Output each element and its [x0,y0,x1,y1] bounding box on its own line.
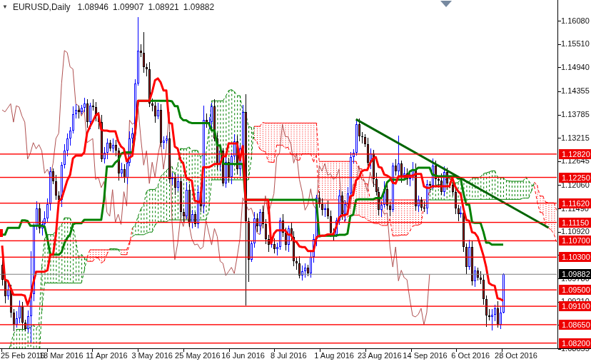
level-price-label: 1.09100 [559,301,591,311]
level-price-label: 1.10300 [559,252,591,262]
price-tick-label: 1.16080 [561,16,590,26]
date-tick-label: 11 Apr 2016 [86,351,128,360]
level-price-label: 1.10700 [559,236,591,246]
price-tick-label: 1.14940 [561,63,590,72]
chart-shift-marker-icon [440,1,452,7]
chart-title-bar: ▼ EURUSD,Daily 1.08946 1.09907 1.08921 1… [2,2,218,12]
price-tick-label: 1.14355 [561,86,590,96]
ohlc-open-value: 1.08946 [78,2,108,12]
level-price-label: 1.09500 [559,285,591,295]
symbol-dropdown-icon: ▼ [2,2,8,12]
date-tick-label: 25 May 2016 [175,351,221,360]
level-price-label: 1.08650 [559,320,591,330]
price-tick-label: 1.15510 [561,39,590,49]
date-tick-label: 23 Aug 2016 [358,351,402,360]
date-tick-label: 3 May 2016 [131,351,172,360]
level-price-label: 1.12820 [559,149,591,159]
date-tick-label: 18 Mar 2016 [39,351,84,360]
level-edge-marker [0,229,3,237]
price-tick-label: 1.13215 [561,133,590,143]
date-tick-label: 1 Aug 2016 [314,351,354,360]
level-price-label: 1.11150 [559,218,591,228]
ohlc-close-value: 1.09882 [183,2,214,12]
date-tick-label: 25 Feb 2016 [1,351,45,360]
symbol-timeframe-label: EURUSD,Daily [13,2,71,12]
level-price-label: 1.12250 [559,173,591,183]
ohlc-low-value: 1.08921 [148,2,178,12]
chart-canvas[interactable] [0,0,591,364]
date-tick-label: 28 Oct 2016 [495,351,537,360]
current-price-label: 1.09882 [559,269,591,279]
date-tick-label: 14 Sep 2016 [403,351,447,360]
date-tick-label: 6 Oct 2016 [451,351,490,360]
price-tick-label: 1.10920 [561,227,590,236]
ohlc-high-value: 1.09907 [113,2,143,12]
level-price-label: 1.08200 [559,338,591,348]
date-tick-label: 8 Jul 2016 [271,351,307,360]
date-tick-label: 16 Jun 2016 [221,351,265,360]
price-tick-label: 1.13785 [561,110,590,119]
mt4-chart-window: ▼ EURUSD,Daily 1.08946 1.09907 1.08921 1… [0,0,591,364]
level-price-label: 1.11620 [559,198,591,208]
